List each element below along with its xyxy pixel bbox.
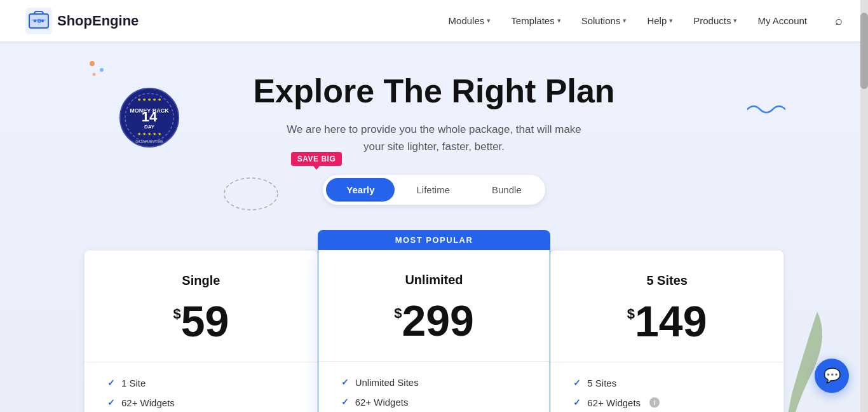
modules-chevron-icon: ▾: [487, 17, 491, 25]
pricing-grid: Single $ 59 ✓ 1 Site ✓ 62+ Widgets: [85, 230, 783, 412]
svg-point-8: [100, 68, 104, 72]
save-big-badge: SAVE BIG: [291, 152, 342, 166]
plan-unlimited-price: $ 299: [341, 299, 527, 342]
pricing-section: Single $ 59 ✓ 1 Site ✓ 62+ Widgets: [0, 230, 868, 412]
scrollbar[interactable]: [860, 0, 868, 412]
nav-modules[interactable]: Modules ▾: [440, 10, 500, 31]
svg-text:⚙: ⚙: [37, 18, 41, 24]
plan-5sites-name: 5 Sites: [573, 273, 761, 288]
nav-products[interactable]: Products ▾: [684, 10, 746, 31]
plan-unlimited-dollar: $: [394, 305, 402, 322]
list-item: ✓ 62+ Widgets: [341, 397, 527, 408]
toggle-yearly[interactable]: Yearly: [326, 178, 395, 202]
hero-title: Explore The Right Plan: [0, 73, 868, 109]
check-icon: ✓: [107, 378, 115, 388]
nav-links: Modules ▾ Templates ▾ Solutions ▾ Help ▾…: [440, 10, 816, 31]
logo-icon: ⚙: [25, 8, 52, 34]
list-item: ✓ 5 Sites: [573, 378, 761, 388]
search-icon[interactable]: ⌕: [835, 13, 843, 28]
solutions-chevron-icon: ▾: [623, 17, 627, 25]
plan-5sites-dollar: $: [627, 306, 635, 322]
plan-single: Single $ 59 ✓ 1 Site ✓ 62+ Widgets: [85, 251, 318, 412]
plan-single-amount: 59: [181, 299, 229, 343]
nav-templates[interactable]: Templates ▾: [502, 10, 569, 31]
plan-single-dollar: $: [173, 306, 180, 322]
templates-chevron-icon: ▾: [557, 17, 561, 25]
info-icon[interactable]: i: [649, 397, 660, 408]
plan-single-name: Single: [107, 273, 295, 288]
plan-5sites-price: $ 149: [573, 299, 761, 343]
plan-5sites: 5 Sites $ 149 ✓ 5 Sites ✓ 62+ Widgets i: [550, 251, 783, 412]
most-popular-banner: MOST POPULAR: [318, 230, 551, 250]
logo-text: ShopEngine: [57, 13, 139, 29]
check-icon: ✓: [107, 397, 115, 408]
billing-toggle: Yearly Lifetime Bundle: [323, 175, 545, 205]
plan-5sites-features: ✓ 5 Sites ✓ 62+ Widgets i ✓ 12+ Advanced…: [573, 378, 761, 412]
check-icon: ✓: [341, 377, 349, 387]
list-item: ✓ 62+ Widgets: [107, 397, 295, 408]
list-item: ✓ 1 Site: [107, 378, 295, 388]
list-item: ✓ 62+ Widgets i: [573, 397, 761, 408]
navbar: ⚙ ShopEngine Modules ▾ Templates ▾ Solut…: [0, 0, 868, 41]
help-chevron-icon: ▾: [669, 17, 673, 25]
check-icon: ✓: [573, 378, 581, 388]
hero-section: ★ ★ ★ ★ ★ ★ ★ ★ ★ ★ MONEY BACK 14 DAY GU…: [0, 41, 868, 412]
plan-unlimited-features: ✓ Unlimited Sites ✓ 62+ Widgets ✓ 12+ Ad…: [341, 377, 527, 412]
plan-unlimited-divider: [318, 361, 550, 362]
svg-point-7: [90, 61, 95, 66]
check-icon: ✓: [573, 397, 581, 408]
plan-5sites-amount: 149: [635, 299, 707, 343]
nav-my-account[interactable]: My Account: [749, 10, 816, 31]
toggle-lifetime[interactable]: Lifetime: [396, 178, 470, 202]
nav-solutions[interactable]: Solutions ▾: [573, 10, 636, 31]
billing-toggle-container: SAVE BIG Yearly Lifetime Bundle: [0, 175, 868, 205]
nav-help[interactable]: Help ▾: [638, 10, 682, 31]
logo[interactable]: ⚙ ShopEngine: [25, 8, 139, 34]
plan-unlimited-amount: 299: [402, 299, 473, 342]
list-item: ✓ Unlimited Sites: [341, 377, 527, 388]
plan-single-divider: [85, 362, 318, 362]
plan-single-price: $ 59: [107, 299, 295, 343]
chat-bubble-button[interactable]: 💬: [815, 359, 849, 393]
check-icon: ✓: [341, 397, 349, 407]
plan-single-features: ✓ 1 Site ✓ 62+ Widgets ✓ 12+ Advanced Mo…: [107, 378, 295, 412]
chat-icon: 💬: [824, 367, 841, 384]
plan-5sites-divider: [550, 362, 783, 362]
plan-unlimited-wrapper: MOST POPULAR Unlimited $ 299 ✓ Unlimited…: [318, 230, 551, 412]
scrollbar-thumb[interactable]: [860, 13, 868, 89]
plan-unlimited-name: Unlimited: [341, 273, 527, 287]
hero-subtitle: We are here to provide you the whole pac…: [0, 121, 868, 155]
products-chevron-icon: ▾: [733, 17, 737, 25]
toggle-bundle[interactable]: Bundle: [471, 178, 542, 202]
hero-content: Explore The Right Plan We are here to pr…: [0, 73, 868, 205]
plan-unlimited: Unlimited $ 299 ✓ Unlimited Sites ✓ 6: [318, 250, 551, 412]
